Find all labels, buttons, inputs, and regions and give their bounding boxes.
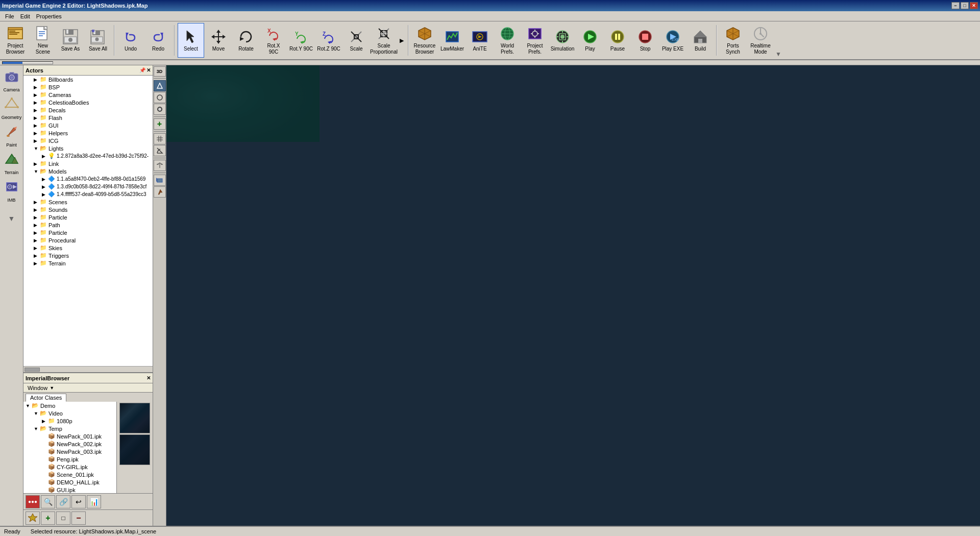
ib-tool-link[interactable]: 🔗 bbox=[56, 495, 70, 508]
rot-z-90-button[interactable]: Z Rot.Z 90C bbox=[315, 23, 342, 58]
bsp-expander[interactable]: ▶ bbox=[34, 85, 40, 90]
ib-tree-1080p[interactable]: ▶ 📁 1080p bbox=[23, 417, 116, 425]
particle2-expander[interactable]: ▶ bbox=[34, 230, 40, 235]
actors-tree-models-child1[interactable]: ▶ 🔷 1.1.a5a8f470-0eb2-4ffe-bf88-0d1a1569 bbox=[23, 175, 153, 183]
ib-window-dropdown[interactable]: Window ▼ bbox=[23, 383, 153, 393]
scenes-expander[interactable]: ▶ bbox=[34, 200, 40, 205]
link-expander[interactable]: ▶ bbox=[34, 161, 40, 166]
build-button[interactable]: Build bbox=[687, 23, 714, 58]
cameras-expander[interactable]: ▶ bbox=[34, 92, 40, 98]
models-c1-expander[interactable]: ▶ bbox=[42, 177, 48, 182]
new-scene-button[interactable]: New Scene bbox=[30, 23, 56, 58]
play-exe-button[interactable]: EXE Play EXE bbox=[659, 23, 686, 58]
viewport-add-button[interactable]: + bbox=[154, 118, 166, 130]
ib-tree-video[interactable]: ▼ 📂 Video bbox=[23, 409, 116, 417]
ib-tool-add[interactable]: + bbox=[41, 511, 55, 525]
models-c2-expander[interactable]: ▶ bbox=[42, 184, 48, 189]
ib-tool-chart[interactable]: 📊 bbox=[87, 495, 101, 508]
view-mode3-button[interactable] bbox=[154, 104, 166, 115]
actors-pin-button[interactable]: 📌 bbox=[139, 67, 145, 73]
actors-tree-path[interactable]: ▶ 📁 Path bbox=[23, 221, 153, 229]
pause-button[interactable]: Pause bbox=[604, 23, 631, 58]
camera-tool-button[interactable]: Camera bbox=[2, 67, 22, 94]
more-side-button[interactable]: ▼ bbox=[2, 205, 22, 232]
ib-tab-actor-classes[interactable]: Actor Clases bbox=[26, 394, 66, 402]
menu-properties[interactable]: Properties bbox=[33, 12, 65, 20]
actors-tree-gui[interactable]: ▶ 📁 GUI bbox=[23, 121, 153, 129]
flash-expander[interactable]: ▶ bbox=[34, 115, 40, 120]
actors-tree-sounds[interactable]: ▶ 📁 Sounds bbox=[23, 206, 153, 213]
ib-tree-gui[interactable]: 📦 GUI.ipk bbox=[23, 486, 116, 493]
actors-tree-terrain[interactable]: ▶ 📁 Terrain bbox=[23, 259, 153, 267]
ib-tool-import[interactable]: ↩ bbox=[71, 495, 86, 508]
terrain-tool-button[interactable]: Terrain bbox=[2, 150, 22, 177]
paint-tool-button[interactable]: Paint bbox=[2, 123, 22, 149]
celestiabodies-expander[interactable]: ▶ bbox=[34, 100, 40, 105]
ib-tree-scene001[interactable]: 📦 Scene_001.ipk bbox=[23, 471, 116, 478]
select-button[interactable]: Select bbox=[178, 23, 204, 58]
move-button[interactable]: Move bbox=[205, 23, 232, 58]
ib-tool-dots[interactable]: ●●● bbox=[26, 495, 40, 508]
scale-button[interactable]: Scale bbox=[343, 23, 370, 58]
resource-browser-button[interactable]: Resource Browser bbox=[411, 23, 438, 58]
decals-expander[interactable]: ▶ bbox=[34, 108, 40, 113]
actors-tree-particle2[interactable]: ▶ 📁 Particle bbox=[23, 229, 153, 236]
actors-tree-lights-child1[interactable]: ▶ 💡 1.2.872a8a38-d2ee-47ed-b39d-2c75f92- bbox=[23, 152, 153, 160]
ib-tree-newpack003[interactable]: 📦 NewPack_003.ipk bbox=[23, 448, 116, 455]
play-button[interactable]: Play bbox=[577, 23, 603, 58]
sounds-expander[interactable]: ▶ bbox=[34, 207, 40, 212]
close-button[interactable]: ✕ bbox=[970, 2, 978, 9]
rotate-button[interactable]: Rotate bbox=[233, 23, 259, 58]
minimize-button[interactable]: − bbox=[951, 2, 960, 9]
view-perspective-button[interactable] bbox=[154, 80, 166, 91]
grid-button[interactable] bbox=[154, 133, 166, 144]
temp-expander[interactable]: ▼ bbox=[34, 426, 40, 431]
ib-tree-temp[interactable]: ▼ 📂 Temp bbox=[23, 425, 116, 432]
paint-vp-button[interactable] bbox=[154, 186, 166, 198]
actors-tree-celestiabodies[interactable]: ▶ 📁 CelestioaBodies bbox=[23, 99, 153, 106]
ib-preview-thumb-2[interactable] bbox=[119, 434, 150, 465]
ib-tree-newpack001[interactable]: 📦 NewPack_001.ipk bbox=[23, 432, 116, 440]
actors-tree-models[interactable]: ▼ 📂 Models bbox=[23, 167, 153, 175]
realtime-mode-button[interactable]: Realtime Mode bbox=[747, 23, 774, 58]
gui-expander[interactable]: ▶ bbox=[34, 123, 40, 128]
actors-tree-helpers[interactable]: ▶ 📁 Helpers bbox=[23, 129, 153, 137]
actors-tree-cameras[interactable]: ▶ 📁 Cameras bbox=[23, 91, 153, 99]
angle-button[interactable] bbox=[154, 145, 166, 156]
menu-file[interactable]: File bbox=[2, 12, 17, 20]
anite-button[interactable]: AniTE bbox=[467, 23, 493, 58]
actors-tree-skies[interactable]: ▶ 📁 Skies bbox=[23, 244, 153, 252]
ib-tree-demo[interactable]: ▼ 📂 Demo bbox=[23, 402, 116, 409]
scale-vp-button[interactable] bbox=[154, 160, 166, 171]
undo-button[interactable]: Undo bbox=[117, 23, 144, 58]
ib-tree-cy-girl[interactable]: 📦 CY-GIRL.ipk bbox=[23, 463, 116, 471]
viewport-3d[interactable]: IAO bbox=[166, 65, 980, 526]
simulation-button[interactable]: Simulation bbox=[549, 23, 576, 58]
stop-button[interactable]: Stop bbox=[632, 23, 658, 58]
actors-tree-bsp[interactable]: ▶ 📁 BSP bbox=[23, 83, 153, 91]
actors-tree-billboards[interactable]: ▶ 📁 Billboards bbox=[23, 76, 153, 83]
icg-expander[interactable]: ▶ bbox=[34, 138, 40, 143]
rot-x-90-button[interactable]: X Rot.X 90C bbox=[260, 23, 287, 58]
hscroll-thumb[interactable] bbox=[24, 368, 40, 372]
project-browser-button[interactable]: Project Browser bbox=[2, 23, 29, 58]
actors-tree-link[interactable]: ▶ 📁 Link bbox=[23, 160, 153, 167]
demo-expander[interactable]: ▼ bbox=[26, 403, 32, 408]
models-c3-expander[interactable]: ▶ bbox=[42, 192, 48, 197]
ib-tool-eagle[interactable] bbox=[26, 511, 40, 525]
ports-synch-button[interactable]: Ports Synch bbox=[720, 23, 746, 58]
menu-edit[interactable]: Edit bbox=[17, 12, 33, 20]
actors-tree-procedural[interactable]: ▶ 📁 Procedural bbox=[23, 236, 153, 244]
triggers-expander[interactable]: ▶ bbox=[34, 253, 40, 258]
video-expander[interactable]: ▼ bbox=[34, 411, 40, 416]
save-as-button[interactable]: Save As bbox=[57, 23, 84, 58]
actors-tree-decals[interactable]: ▶ 📁 Decals bbox=[23, 106, 153, 114]
actors-hscrollbar[interactable] bbox=[23, 366, 153, 372]
scale-prop-button[interactable]: Scale Proportional bbox=[371, 23, 397, 58]
world-prefs-button[interactable]: World Prefs. bbox=[494, 23, 521, 58]
skies-expander[interactable]: ▶ bbox=[34, 246, 40, 251]
save-all-button[interactable]: Save All bbox=[85, 23, 111, 58]
actors-close-button[interactable]: ✕ bbox=[146, 67, 151, 73]
ib-preview-thumb-1[interactable] bbox=[119, 403, 150, 433]
actors-tree-triggers[interactable]: ▶ 📁 Triggers bbox=[23, 252, 153, 259]
